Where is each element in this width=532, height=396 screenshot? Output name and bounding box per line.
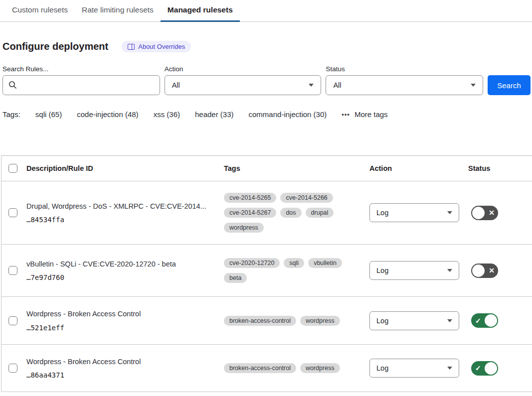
filters-row: Search Rules... Action All Status All Se…: [2, 65, 531, 95]
tag-pill: wordpress: [300, 316, 340, 326]
row-action-select[interactable]: Log: [369, 261, 459, 280]
chevron-down-icon: [309, 84, 314, 87]
rule-id: …521e1eff: [26, 324, 224, 332]
table-row: Wordpress - Broken Access Control …521e1…: [1, 297, 532, 345]
action-filter-label: Action: [165, 65, 322, 73]
rule-description: Drupal, Wordpress - DoS - XMLRPC - CVE:C…: [26, 202, 224, 212]
ellipsis-icon: •••: [342, 111, 350, 118]
about-overrides-link[interactable]: About Overrides: [122, 41, 191, 52]
tag-filter-link[interactable]: xss (36): [154, 110, 180, 119]
table-row: Drupal, Wordpress - DoS - XMLRPC - CVE:C…: [1, 181, 532, 245]
search-rules-label: Search Rules...: [2, 65, 160, 73]
table-row: vBulletin - SQLi - CVE:CVE-2020-12720 - …: [1, 245, 532, 297]
tag-pill: cve-2020-12720: [224, 258, 280, 268]
tag-pill: vbulletin: [308, 258, 342, 268]
tag-pill: wordpress: [300, 363, 340, 373]
table-body: Drupal, Wordpress - DoS - XMLRPC - CVE:C…: [1, 181, 532, 392]
row-checkbox[interactable]: [8, 266, 17, 275]
status-toggle[interactable]: ✓: [471, 313, 498, 328]
more-tags-button[interactable]: ••• More tags: [342, 110, 387, 119]
tag-filter-link[interactable]: header (33): [195, 110, 234, 119]
rule-id: …7e97d760: [26, 273, 224, 281]
chevron-down-icon: [447, 211, 452, 214]
tags-bar: Tags: sqli (65)code-injection (48)xss (3…: [2, 110, 532, 119]
row-action-value: Log: [376, 209, 388, 217]
chevron-down-icon: [471, 84, 476, 87]
col-tags: Tags: [224, 164, 369, 172]
tag-pill: broken-access-control: [224, 316, 296, 326]
status-filter-select[interactable]: All: [326, 75, 483, 95]
row-checkbox[interactable]: [8, 208, 17, 217]
col-action: Action: [369, 164, 468, 172]
tab-managed-rulesets[interactable]: Managed rulesets: [161, 0, 240, 22]
toggle-knob: [485, 314, 497, 327]
search-icon: [8, 81, 17, 89]
more-tags-label: More tags: [355, 110, 388, 119]
tag-pill: broken-access-control: [224, 363, 296, 373]
tab-custom-rulesets[interactable]: Custom rulesets: [5, 0, 75, 22]
action-filter-select[interactable]: All: [165, 75, 322, 95]
row-action-value: Log: [376, 317, 388, 325]
status-filter-value: All: [333, 81, 341, 89]
tag-pill: sqli: [284, 258, 304, 268]
status-toggle[interactable]: ✓: [471, 361, 498, 376]
row-action-value: Log: [376, 266, 388, 274]
rule-tags: cve-2014-5265cve-2014-5266cve-2014-5267d…: [224, 193, 369, 233]
rule-description: vBulletin - SQLi - CVE:CVE-2020-12720 - …: [26, 260, 224, 269]
select-all-checkbox[interactable]: [8, 164, 17, 173]
status-toggle[interactable]: ✕: [471, 206, 498, 220]
rules-table: Description/Rule ID Tags Action Status D…: [1, 155, 532, 392]
chevron-down-icon: [447, 319, 452, 322]
tag-pill: beta: [224, 273, 247, 283]
tag-links: sqli (65)code-injection (48)xss (36)head…: [35, 110, 327, 119]
search-rules-input[interactable]: [2, 75, 160, 95]
rule-id: …84534ffa: [26, 216, 224, 224]
table-header-row: Description/Rule ID Tags Action Status: [1, 156, 532, 181]
toggle-knob: [472, 264, 485, 277]
check-icon: ✓: [475, 317, 481, 324]
row-action-select[interactable]: Log: [369, 359, 459, 378]
col-description-rule-id: Description/Rule ID: [26, 164, 224, 172]
tab-rate-limiting-rulesets[interactable]: Rate limiting rulesets: [75, 0, 161, 22]
rule-id: …86aa4371: [26, 371, 224, 379]
tag-pill: dos: [280, 208, 301, 218]
row-action-select[interactable]: Log: [369, 203, 459, 222]
search-button[interactable]: Search: [488, 75, 531, 95]
heading-row: Configure deployment About Overrides: [2, 41, 532, 52]
tag-filter-link[interactable]: code-injection (48): [77, 110, 138, 119]
status-filter-label: Status: [326, 65, 483, 73]
col-status: Status: [468, 164, 532, 172]
action-filter-value: All: [172, 81, 180, 89]
toggle-knob: [485, 362, 497, 375]
x-icon: ✕: [489, 209, 495, 216]
table-row: Wordpress - Broken Access Control …86aa4…: [1, 345, 532, 392]
chevron-down-icon: [447, 367, 452, 370]
tag-pill: cve-2014-5267: [224, 208, 276, 218]
ruleset-tabbar: Custom rulesets Rate limiting rulesets M…: [0, 0, 532, 22]
tag-filter-link[interactable]: sqli (65): [35, 110, 62, 119]
row-checkbox[interactable]: [8, 316, 17, 325]
tag-pill: drupal: [306, 208, 334, 218]
book-icon: [128, 44, 135, 50]
page-title: Configure deployment: [2, 41, 108, 52]
row-action-value: Log: [376, 364, 388, 372]
status-toggle[interactable]: ✕: [471, 264, 498, 278]
tag-filter-link[interactable]: command-injection (30): [249, 110, 327, 119]
x-icon: ✕: [489, 267, 495, 274]
tag-pill: cve-2014-5265: [224, 193, 276, 203]
row-checkbox[interactable]: [8, 364, 17, 373]
rule-tags: cve-2020-12720sqlivbulletinbeta: [224, 258, 369, 283]
tag-pill: cve-2014-5266: [280, 193, 333, 203]
rule-description: Wordpress - Broken Access Control: [26, 309, 224, 319]
rule-tags: broken-access-controlwordpress: [224, 316, 369, 326]
rule-tags: broken-access-controlwordpress: [224, 363, 369, 373]
about-overrides-label: About Overrides: [138, 43, 185, 50]
row-action-select[interactable]: Log: [369, 311, 459, 330]
tag-pill: wordpress: [224, 223, 264, 233]
toggle-knob: [472, 207, 485, 219]
tags-bar-label: Tags:: [2, 110, 20, 119]
rule-description: Wordpress - Broken Access Control: [26, 357, 224, 367]
chevron-down-icon: [447, 269, 452, 272]
check-icon: ✓: [475, 365, 481, 372]
